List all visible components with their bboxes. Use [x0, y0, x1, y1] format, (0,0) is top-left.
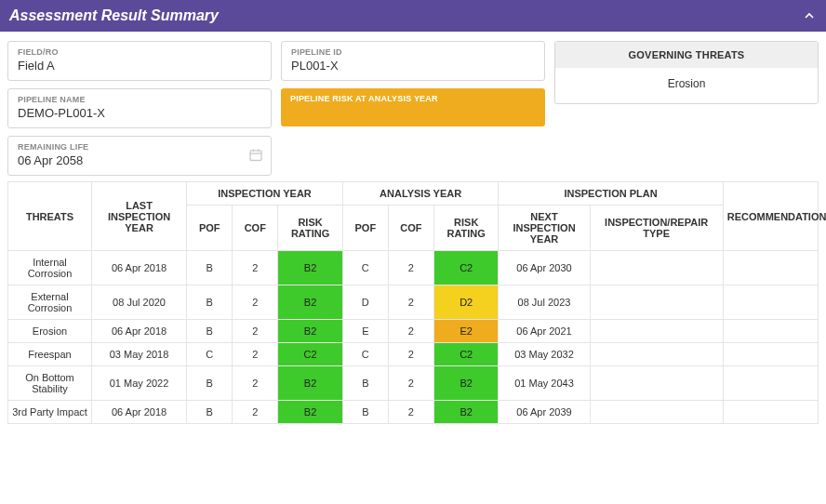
- field-value: PL001-X: [291, 59, 535, 73]
- cell-next-inspection: 06 Apr 2021: [499, 320, 590, 343]
- table-row: Freespan03 May 2018C2C2C2C203 May 2032: [8, 343, 819, 366]
- cell-ay-cof: 2: [388, 366, 433, 401]
- cell-ay-pof: E: [342, 320, 388, 343]
- cell-ay-cof: 2: [388, 343, 433, 366]
- cell-ay-pof: C: [342, 343, 388, 366]
- cell-threat: On Bottom Stability: [8, 366, 92, 401]
- col-inspection-repair-type: INSPECTION/REPAIR TYPE: [590, 206, 723, 251]
- cell-ay-cof: 2: [388, 285, 433, 320]
- field-label: REMAINING LIFE: [18, 142, 261, 152]
- cell-iy-cof: 2: [233, 343, 278, 366]
- cell-recommendation: [723, 366, 818, 401]
- col-next-inspection: NEXT INSPECTION YEAR: [499, 206, 590, 251]
- field-value: Field A: [18, 59, 261, 73]
- cell-next-inspection: 08 Jul 2023: [499, 285, 590, 320]
- cell-iy-pof: C: [187, 343, 233, 366]
- summary-fields: FIELD/RO Field A PIPELINE NAME DEMO-PL00…: [0, 32, 826, 181]
- cell-threat: External Corrosion: [8, 285, 92, 320]
- panel-title: Assessment Result Summary: [9, 7, 219, 24]
- cell-inspection-repair-type: [590, 320, 723, 343]
- field-value: 06 Apr 2058: [18, 153, 261, 167]
- col-last-inspection: LAST INSPECTION YEAR: [91, 182, 186, 251]
- calendar-icon[interactable]: [248, 147, 263, 165]
- cell-ay-risk-rating: C2: [433, 251, 499, 285]
- cell-iy-risk-rating: B2: [278, 285, 343, 320]
- cell-iy-cof: 2: [233, 320, 278, 343]
- chevron-up-icon[interactable]: [802, 8, 817, 23]
- cell-next-inspection: 01 May 2043: [499, 366, 590, 401]
- field-value: DEMO-PL001-X: [18, 106, 261, 120]
- cell-ay-risk-rating: D2: [433, 285, 499, 320]
- cell-next-inspection: 06 Apr 2030: [499, 251, 590, 285]
- table-row: On Bottom Stability01 May 2022B2B2B2B201…: [8, 366, 819, 401]
- cell-inspection-repair-type: [590, 343, 723, 366]
- cell-last-inspection: 06 Apr 2018: [91, 251, 186, 285]
- cell-ay-pof: C: [342, 251, 388, 285]
- field-value: E2: [290, 105, 536, 119]
- cell-threat: 3rd Party Impact: [8, 401, 92, 424]
- cell-ay-pof: B: [342, 366, 388, 401]
- cell-ay-pof: B: [342, 401, 388, 424]
- cell-last-inspection: 06 Apr 2018: [91, 320, 186, 343]
- cell-ay-risk-rating: B2: [433, 401, 499, 424]
- cell-inspection-repair-type: [590, 366, 723, 401]
- cell-last-inspection: 08 Jul 2020: [91, 285, 186, 320]
- cell-inspection-repair-type: [590, 285, 723, 320]
- cell-recommendation: [723, 285, 818, 320]
- cell-iy-pof: B: [187, 285, 233, 320]
- cell-threat: Freespan: [8, 343, 92, 366]
- panel-header[interactable]: Assessment Result Summary: [0, 0, 826, 32]
- table-row: Internal Corrosion06 Apr 2018B2B2C2C206 …: [8, 251, 819, 285]
- cell-iy-pof: B: [187, 366, 233, 401]
- col-recommendation: RECOMMENDATION: [723, 182, 818, 251]
- field-label: PIPELINE ID: [291, 47, 535, 57]
- col-inspection-plan: INSPECTION PLAN: [499, 182, 723, 206]
- remaining-life[interactable]: REMAINING LIFE 06 Apr 2058: [7, 136, 272, 176]
- cell-iy-risk-rating: B2: [278, 320, 343, 343]
- cell-iy-risk-rating: C2: [278, 343, 343, 366]
- cell-iy-pof: B: [187, 251, 233, 285]
- col-iy-cof: COF: [233, 206, 278, 251]
- field-label: PIPELINE RISK AT ANALYSIS YEAR: [290, 94, 536, 103]
- col-inspection-year: INSPECTION YEAR: [187, 182, 343, 206]
- cell-ay-cof: 2: [388, 251, 433, 285]
- col-iy-rr: RISK RATING: [278, 206, 343, 251]
- cell-iy-cof: 2: [233, 251, 278, 285]
- pipeline-name: PIPELINE NAME DEMO-PL001-X: [7, 88, 272, 128]
- table-row: 3rd Party Impact06 Apr 2018B2B2B2B206 Ap…: [8, 401, 819, 424]
- cell-recommendation: [723, 401, 818, 424]
- cell-ay-risk-rating: B2: [433, 366, 499, 401]
- assessment-table: THREATS LAST INSPECTION YEAR INSPECTION …: [7, 181, 819, 424]
- field-ro: FIELD/RO Field A: [7, 41, 272, 81]
- cell-iy-pof: B: [187, 320, 233, 343]
- table-row: External Corrosion08 Jul 2020B2B2D2D208 …: [8, 285, 819, 320]
- cell-last-inspection: 01 May 2022: [91, 366, 186, 401]
- cell-iy-risk-rating: B2: [278, 366, 343, 401]
- table-row: Erosion06 Apr 2018B2B2E2E206 Apr 2021: [8, 320, 819, 343]
- cell-ay-pof: D: [342, 285, 388, 320]
- cell-iy-risk-rating: B2: [278, 401, 343, 424]
- col-iy-pof: POF: [187, 206, 233, 251]
- table-body: Internal Corrosion06 Apr 2018B2B2C2C206 …: [8, 251, 819, 424]
- col-ay-pof: POF: [342, 206, 388, 251]
- col-threats: THREATS: [8, 182, 92, 251]
- governing-threats-header: GOVERNING THREATS: [555, 42, 818, 68]
- cell-iy-risk-rating: B2: [278, 251, 343, 285]
- col-ay-cof: COF: [388, 206, 433, 251]
- cell-next-inspection: 06 Apr 2039: [499, 401, 590, 424]
- cell-threat: Erosion: [8, 320, 92, 343]
- cell-ay-cof: 2: [388, 401, 433, 424]
- pipeline-id: PIPELINE ID PL001-X: [281, 41, 545, 81]
- cell-next-inspection: 03 May 2032: [499, 343, 590, 366]
- governing-threats-value: Erosion: [555, 68, 818, 103]
- cell-recommendation: [723, 320, 818, 343]
- cell-ay-cof: 2: [388, 320, 433, 343]
- cell-iy-cof: 2: [233, 285, 278, 320]
- svg-rect-0: [250, 150, 261, 160]
- field-label: PIPELINE NAME: [18, 95, 261, 104]
- cell-last-inspection: 06 Apr 2018: [91, 401, 186, 424]
- cell-ay-risk-rating: E2: [433, 320, 499, 343]
- cell-ay-risk-rating: C2: [433, 343, 499, 366]
- cell-iy-cof: 2: [233, 366, 278, 401]
- col-analysis-year: ANALYSIS YEAR: [342, 182, 499, 206]
